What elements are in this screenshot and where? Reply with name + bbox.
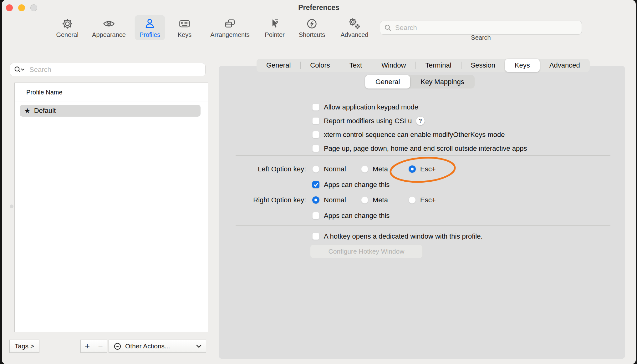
preferences-window: Preferences General Appearance: [2, 0, 636, 364]
tab-window[interactable]: Window: [372, 59, 415, 72]
toolbar-label: Profiles: [140, 31, 161, 38]
tab-terminal[interactable]: Terminal: [415, 59, 461, 72]
profile-name: Default: [34, 107, 56, 115]
remove-profile-button[interactable]: −: [94, 340, 107, 353]
tab-keys[interactable]: Keys: [505, 59, 540, 72]
tags-button[interactable]: Tags >: [9, 340, 39, 353]
toolbar-search-input[interactable]: [380, 21, 582, 35]
right-option-meta[interactable]: Meta: [361, 195, 388, 205]
radio-label[interactable]: Normal: [324, 196, 346, 204]
toolbar-label: Arrangements: [210, 31, 250, 38]
tab-text[interactable]: Text: [340, 59, 372, 72]
radio-label[interactable]: Meta: [373, 196, 388, 204]
window-title: Preferences: [2, 3, 636, 12]
left-option-esc[interactable]: Esc+: [409, 164, 436, 174]
checkbox-row-csi-u[interactable]: Report modifiers using CSI u ?: [312, 116, 425, 126]
keyboard-icon: [177, 17, 192, 30]
report-modifiers-csi-u-checkbox[interactable]: [312, 117, 319, 124]
subtab-general[interactable]: General: [365, 75, 410, 88]
allow-keypad-mode-checkbox[interactable]: [312, 104, 319, 111]
checkbox-label[interactable]: Page up, page down, home and end scroll …: [324, 144, 527, 153]
other-actions-label: Other Actions...: [125, 342, 170, 350]
subtab-key-mappings[interactable]: Key Mappings: [410, 75, 474, 88]
chevron-down-icon: [196, 345, 201, 348]
checkbox-label[interactable]: Apps can change this: [324, 212, 390, 220]
add-profile-button[interactable]: +: [80, 340, 94, 353]
profile-tab-bar: General Colors Text Window Terminal Sess…: [257, 59, 590, 72]
checkbox-row-modify-other-keys[interactable]: xterm control sequence can enable modify…: [312, 129, 505, 140]
tab-advanced[interactable]: Advanced: [540, 59, 590, 72]
toolbar-item-keys[interactable]: Keys: [173, 15, 196, 40]
tab-general[interactable]: General: [257, 59, 300, 72]
hotkey-row[interactable]: A hotkey opens a dedicated window with t…: [312, 231, 483, 241]
profile-list-header: Profile Name: [15, 83, 208, 102]
toolbar-label: Pointer: [265, 31, 284, 38]
left-option-meta-radio[interactable]: [361, 165, 368, 173]
magnifier-chevron-icon[interactable]: [14, 66, 25, 75]
toolbar-label: Keys: [178, 31, 191, 38]
toolbar-item-appearance[interactable]: Appearance: [87, 15, 130, 40]
left-option-esc-radio[interactable]: [409, 165, 416, 173]
left-option-key-label: Left Option key:: [208, 164, 306, 174]
checkbox-label[interactable]: xterm control sequence can enable modify…: [324, 131, 505, 139]
checkbox-label[interactable]: A hotkey opens a dedicated window with t…: [324, 232, 483, 240]
checkbox-row-page-scroll[interactable]: Page up, page down, home and end scroll …: [312, 143, 527, 154]
toolbar-item-arrangements[interactable]: Arrangements: [206, 15, 254, 40]
toolbar-label: Shortcuts: [299, 31, 325, 38]
other-actions-dropdown[interactable]: Other Actions...: [109, 340, 206, 353]
toolbar-item-profiles[interactable]: Profiles: [135, 15, 165, 40]
help-button[interactable]: ?: [416, 117, 425, 125]
gear-icon: [60, 17, 74, 30]
left-option-meta[interactable]: Meta: [361, 164, 388, 174]
section-divider: [236, 155, 610, 156]
right-option-normal[interactable]: Normal: [312, 195, 346, 205]
radio-label[interactable]: Esc+: [420, 196, 436, 204]
right-apps-can-change-checkbox[interactable]: [312, 212, 319, 219]
toolbar-item-advanced[interactable]: Advanced: [336, 15, 373, 40]
profile-row-default[interactable]: ★ Default: [20, 105, 201, 117]
windows-icon: [223, 17, 237, 30]
right-option-esc-radio[interactable]: [409, 196, 416, 204]
toolbar-label: General: [56, 31, 78, 38]
splitter-handle-dot[interactable]: [10, 205, 13, 208]
double-gear-icon: [347, 17, 362, 30]
cursor-icon: [268, 17, 282, 30]
right-option-normal-radio[interactable]: [312, 196, 319, 204]
page-scroll-outside-apps-checkbox[interactable]: [312, 145, 319, 152]
toolbar-label: Appearance: [92, 31, 126, 38]
checkbox-label[interactable]: Apps can change this: [324, 181, 390, 189]
right-apps-can-change-row[interactable]: Apps can change this: [312, 210, 390, 221]
toolbar-item-general[interactable]: General: [51, 15, 83, 40]
right-option-key-label: Right Option key:: [208, 195, 306, 205]
radio-label[interactable]: Normal: [324, 165, 346, 173]
lightning-icon: [305, 17, 319, 30]
toolbar-label: Advanced: [341, 31, 369, 38]
section-divider: [236, 225, 610, 226]
keys-subtab-bar: General Key Mappings: [365, 75, 475, 88]
eye-icon: [102, 17, 116, 30]
search-icon: [384, 24, 392, 33]
checkbox-label[interactable]: Report modifiers using CSI u: [324, 117, 412, 125]
toolbar-item-shortcuts[interactable]: Shortcuts: [294, 15, 330, 40]
tab-colors[interactable]: Colors: [300, 59, 340, 72]
left-apps-can-change-row[interactable]: Apps can change this: [312, 179, 390, 190]
person-icon: [143, 17, 157, 30]
circle-ellipsis-icon: [113, 342, 122, 351]
star-icon: ★: [24, 107, 31, 114]
left-apps-can-change-checkbox[interactable]: [312, 181, 319, 188]
left-option-normal-radio[interactable]: [312, 165, 319, 173]
right-option-meta-radio[interactable]: [361, 196, 368, 204]
profile-search-input[interactable]: [10, 63, 206, 76]
xterm-modify-other-keys-checkbox[interactable]: [312, 131, 319, 138]
radio-label[interactable]: Esc+: [420, 165, 436, 173]
toolbar-search-label: Search: [380, 34, 582, 41]
right-option-esc[interactable]: Esc+: [409, 195, 436, 205]
radio-label[interactable]: Meta: [373, 165, 388, 173]
hotkey-window-checkbox[interactable]: [312, 233, 319, 240]
configure-hotkey-window-button[interactable]: Configure Hotkey Window: [310, 245, 423, 258]
checkbox-row-keypad-mode[interactable]: Allow application keypad mode: [312, 102, 418, 112]
tab-session[interactable]: Session: [461, 59, 505, 72]
toolbar-item-pointer[interactable]: Pointer: [260, 15, 289, 40]
checkbox-label[interactable]: Allow application keypad mode: [324, 103, 418, 111]
left-option-normal[interactable]: Normal: [312, 164, 346, 174]
